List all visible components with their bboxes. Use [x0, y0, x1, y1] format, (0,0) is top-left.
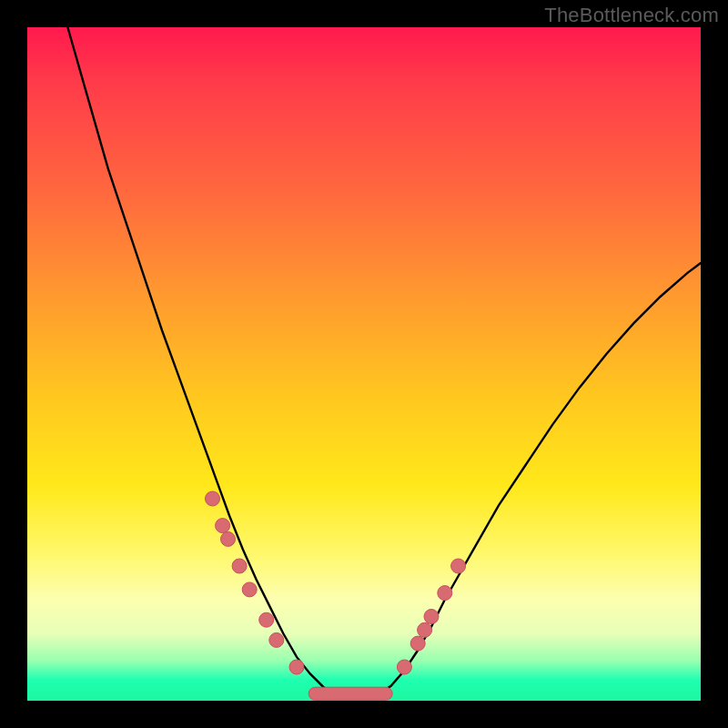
- data-point: [397, 660, 411, 674]
- watermark-text: TheBottleneck.com: [544, 4, 719, 27]
- data-markers: [206, 491, 466, 674]
- bottleneck-curve: [67, 27, 701, 699]
- data-point: [438, 586, 452, 601]
- data-point: [289, 660, 304, 674]
- data-point: [410, 636, 425, 651]
- plot-area: [27, 27, 701, 701]
- data-point: [259, 612, 274, 627]
- data-point: [221, 531, 236, 546]
- data-point: [418, 622, 432, 637]
- data-point: [216, 519, 230, 533]
- data-point: [451, 559, 466, 573]
- chart-frame: TheBottleneck.com: [0, 0, 728, 728]
- data-point: [424, 610, 439, 624]
- data-point: [269, 632, 284, 647]
- data-point: [242, 582, 257, 597]
- chart-svg: [27, 27, 701, 701]
- data-point: [232, 559, 247, 573]
- bottom-band-pill: [308, 687, 392, 700]
- data-point: [206, 491, 220, 506]
